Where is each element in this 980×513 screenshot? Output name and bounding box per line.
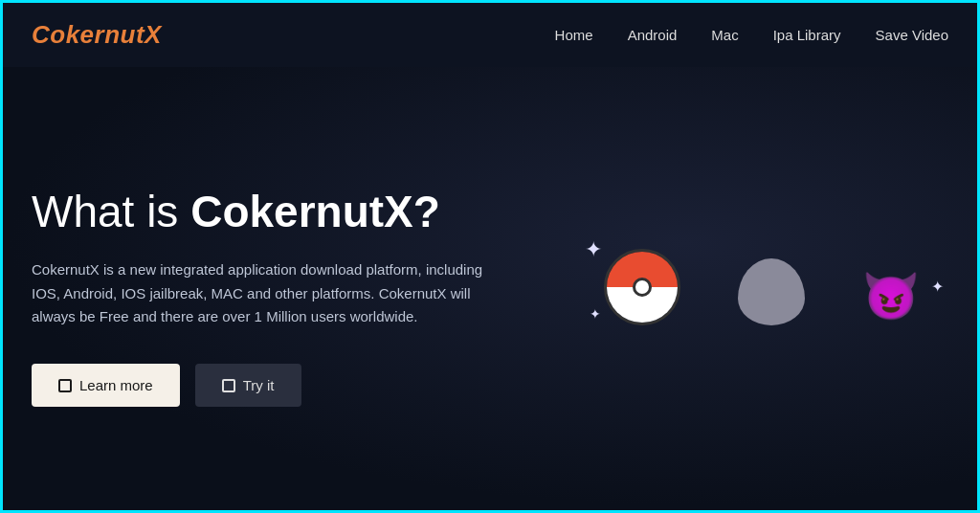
nav-item-android[interactable]: Android [628,27,678,44]
pokeball-container: ✦ ✦ [604,249,700,345]
ghost-dome-icon [738,258,805,325]
logo[interactable]: CokernutX [32,20,162,50]
nav-link-mac[interactable]: Mac [711,27,738,43]
sparkle-bottom-left-icon: ✦ [590,306,601,322]
hero-buttons: Learn more Try it [32,364,491,407]
learn-more-button[interactable]: Learn more [32,364,180,407]
hero-title: What is CokernutX? [32,187,491,237]
try-it-icon [222,379,235,392]
navbar: CokernutX Home Android Mac Ipa Library S… [3,3,977,67]
learn-more-label: Learn more [79,377,153,393]
hero-visuals: ✦ ✦ 😈 ✦ [604,249,948,345]
hero-content: What is CokernutX? CokernutX is a new in… [32,187,491,407]
devil-emoji-icon: 😈 [862,270,920,323]
try-it-button[interactable]: Try it [195,364,301,407]
nav-item-save-video[interactable]: Save Video [876,27,948,44]
devil-container: 😈 ✦ [853,258,929,335]
hero-title-plain: What is [32,187,190,236]
nav-links: Home Android Mac Ipa Library Save Video [555,27,948,44]
ghost-container [738,258,814,335]
sparkle-right-icon: ✦ [931,278,944,296]
pokeball-center [633,278,652,297]
try-it-label: Try it [243,377,275,393]
hero-title-bold: CokernutX? [190,187,440,236]
hero-description: CokernutX is a new integrated applicatio… [32,258,491,329]
nav-link-android[interactable]: Android [628,27,678,43]
hero-section: What is CokernutX? CokernutX is a new in… [3,67,977,507]
nav-item-mac[interactable]: Mac [711,27,738,44]
nav-link-ipa-library[interactable]: Ipa Library [773,27,841,43]
nav-link-home[interactable]: Home [555,27,593,43]
pokeball-icon [604,249,680,325]
nav-item-ipa-library[interactable]: Ipa Library [773,27,841,44]
learn-more-icon [58,379,72,392]
sparkle-top-left-icon: ✦ [585,239,602,260]
nav-item-home[interactable]: Home [555,27,593,44]
nav-link-save-video[interactable]: Save Video [876,27,948,43]
